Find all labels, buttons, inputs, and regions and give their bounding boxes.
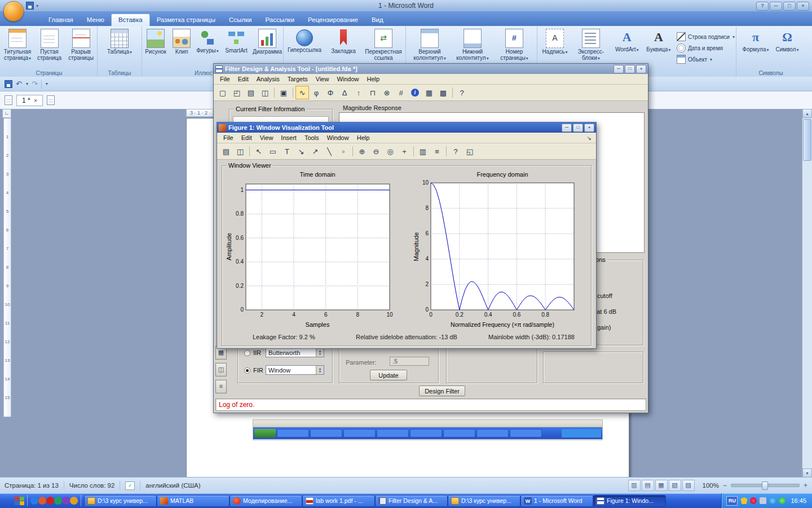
figure-close-button[interactable]: ×	[584, 124, 594, 132]
tray-shield-icon[interactable]	[740, 497, 747, 504]
redo-button[interactable]: ↷	[32, 80, 38, 88]
drop-cap-button[interactable]: A Буквица▾	[644, 28, 673, 53]
round-coefficients-icon[interactable]: ▩	[436, 86, 450, 99]
legend-icon[interactable]: ≡	[430, 144, 444, 158]
signature-line-button[interactable]: Строка подписи▾	[677, 32, 735, 41]
word-titlebar[interactable]: 1 - Microsoft Word	[0, 0, 812, 11]
quick-parts-button[interactable]: Экспресс-блоки▾	[572, 28, 610, 62]
group-delay-icon[interactable]: Δ	[338, 86, 351, 99]
transform-filter-icon[interactable]: ◫	[215, 363, 227, 376]
fda-maximize-button[interactable]: □	[625, 65, 635, 73]
text-annotation-icon[interactable]: T	[280, 144, 294, 158]
qat-more-icon[interactable]: ▾	[46, 81, 48, 86]
symbol-button[interactable]: Ω Символ▾	[773, 28, 802, 53]
figure-menu-file[interactable]: File	[219, 134, 237, 142]
arrow-annotation-icon[interactable]: ↘	[294, 144, 308, 158]
zoom-out-icon[interactable]: ⊖	[369, 144, 383, 158]
fda-menu-window[interactable]: Window	[333, 75, 363, 83]
fir-radio[interactable]	[244, 367, 250, 374]
zoom-level[interactable]: 100%	[703, 482, 719, 489]
footer-button[interactable]: Нижний колонтитул▾	[452, 28, 493, 62]
word-close-button[interactable]: ×	[797, 2, 809, 11]
zoom-slider[interactable]	[731, 484, 800, 487]
document-icon[interactable]	[5, 95, 12, 105]
full-screen-reading-view-icon[interactable]: ▤	[642, 480, 654, 491]
fda-close-button[interactable]: ×	[636, 65, 646, 73]
open-file-icon[interactable]: ◰	[230, 86, 244, 99]
vertical-ruler[interactable]: 123456789101112131415	[3, 118, 11, 417]
quick-access-dropdown-icon[interactable]: ▾	[36, 3, 38, 8]
figure-context-help-icon[interactable]: ?	[449, 144, 462, 158]
zoom-out-icon[interactable]: −	[723, 481, 727, 489]
double-arrow-annotation-icon[interactable]: ↗	[308, 144, 322, 158]
undo-dropdown-icon[interactable]: ▾	[26, 81, 28, 86]
taskbar-button-matlab[interactable]: MATLAB	[157, 495, 230, 507]
hyperlink-button[interactable]: Гиперссылка	[285, 28, 324, 53]
taskbar-button-pdf[interactable]: lab work 1.pdf - ...	[302, 495, 375, 507]
magnitude-and-phase-icon[interactable]: Φ	[324, 86, 337, 99]
figure-menu-edit[interactable]: Edit	[237, 134, 256, 142]
undo-button[interactable]: ↶	[16, 80, 22, 88]
tray-antivirus-icon[interactable]	[779, 497, 785, 504]
figure-dock-arrow-icon[interactable]: ↘	[587, 135, 594, 141]
coefficients-panel-icon[interactable]: ≡	[215, 380, 227, 393]
rectangle-icon[interactable]: ▭	[266, 144, 280, 158]
chart-button[interactable]: Диаграмма	[251, 28, 283, 55]
taskbar-button-folder-1[interactable]: D:\3 курс универ...	[84, 495, 157, 507]
page-number-button[interactable]: Номер страницы▾	[495, 28, 534, 62]
time-domain-plot[interactable]: 24681000.20.40.60.81	[227, 181, 395, 319]
phase-response-icon[interactable]: φ	[310, 86, 323, 99]
status-word-count[interactable]: Число слов: 92	[69, 482, 115, 489]
outline-view-icon[interactable]: ▧	[669, 480, 681, 491]
tab-rassylki[interactable]: Рассылки	[258, 14, 301, 26]
figure-menu-help[interactable]: Help	[353, 134, 374, 142]
save-button[interactable]	[5, 80, 12, 88]
fda-menu-view[interactable]: View	[312, 75, 333, 83]
cross-reference-button[interactable]: Перекрестная ссылка	[363, 28, 404, 61]
quick-access-doc-icon[interactable]	[26, 2, 34, 10]
date-time-button[interactable]: Дата и время	[677, 43, 735, 52]
taskbar-button-figure[interactable]: Figure 1: Windo...	[593, 495, 666, 507]
pin-annotation-icon[interactable]: ▫	[337, 144, 350, 158]
step-response-icon[interactable]: ⊓	[366, 86, 379, 99]
fda-menu-help[interactable]: Help	[363, 75, 384, 83]
quicklaunch-icon-1[interactable]	[30, 497, 38, 505]
tab-ssylki[interactable]: Ссылки	[222, 14, 259, 26]
iir-combo-spinner-icon[interactable]: ▲▼	[316, 348, 324, 357]
new-file-icon[interactable]: ▢	[216, 86, 230, 99]
tray-alert-icon[interactable]	[750, 497, 757, 504]
filter-information-icon[interactable]: i	[408, 86, 422, 99]
tray-network-icon[interactable]	[769, 497, 776, 504]
zoom-in-icon[interactable]: ⊕	[355, 144, 369, 158]
scroll-up-icon[interactable]: ▲	[802, 109, 812, 118]
scrollbar-thumb[interactable]	[803, 119, 811, 161]
fda-minimize-button[interactable]: ─	[614, 65, 624, 73]
fir-combo-spinner-icon[interactable]: ▲▼	[316, 366, 324, 374]
fda-menu-analysis[interactable]: Analysis	[253, 75, 284, 83]
data-cursor-icon[interactable]: +	[398, 144, 411, 158]
draft-view-icon[interactable]: ▨	[682, 480, 695, 491]
wordart-button[interactable]: A WordArt▾	[611, 28, 643, 53]
clipart-button[interactable]: Клип	[170, 28, 193, 55]
figure-menu-window[interactable]: Window	[323, 134, 353, 142]
print-preview-icon[interactable]: ◫	[258, 86, 272, 99]
quicklaunch-icon-2[interactable]	[38, 497, 46, 505]
frequency-domain-plot[interactable]: 00.20.40.60.80246810	[412, 179, 580, 319]
quicklaunch-icon-5[interactable]	[62, 497, 70, 505]
document-tab-close-icon[interactable]: ×	[34, 97, 37, 104]
embedded-screenshot-image[interactable]	[253, 419, 603, 440]
full-view-analysis-icon[interactable]: ▣	[277, 86, 290, 99]
impulse-response-icon[interactable]: ↑	[352, 86, 365, 99]
shapes-button[interactable]: Фигуры▾	[194, 28, 221, 54]
quicklaunch-icon-4[interactable]	[54, 497, 62, 505]
figure-menu-tools[interactable]: Tools	[301, 134, 323, 142]
zoom-in-icon[interactable]: +	[804, 481, 807, 489]
design-filter-button[interactable]: Design Filter	[419, 386, 465, 396]
magnitude-estimate-icon[interactable]: ▦	[422, 86, 436, 99]
figure-minimize-button[interactable]: ─	[562, 124, 572, 132]
scroll-down-icon[interactable]: ▼	[802, 468, 812, 478]
magnitude-response-icon[interactable]: ∿	[295, 86, 309, 99]
fda-titlebar[interactable]: Filter Design & Analysis Tool - [untitle…	[214, 64, 648, 74]
word-minimize-button[interactable]: ─	[770, 2, 782, 11]
figure-titlebar[interactable]: Figure 1: Window Visualization Tool ─ □ …	[217, 122, 596, 133]
